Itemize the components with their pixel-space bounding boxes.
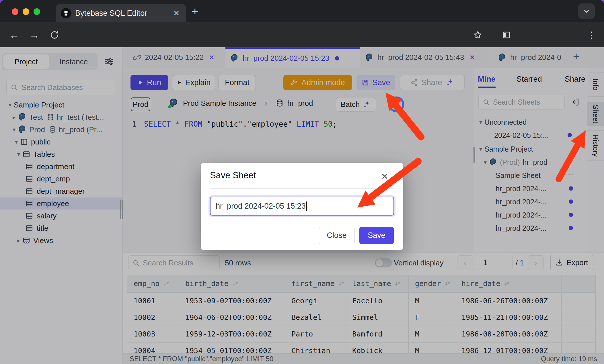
sheet-name-input[interactable]: hr_prod 2024-02-05 15:23 [210, 197, 394, 216]
reload-icon [50, 30, 59, 40]
browser-window: Bytebase SQL Editor ✕ + ← → localhost:80… [0, 0, 604, 364]
close-window-button[interactable] [12, 8, 18, 15]
back-button[interactable]: ← [6, 22, 22, 47]
side-panel-button[interactable] [498, 22, 515, 47]
zoom-window-button[interactable] [34, 8, 40, 15]
dialog-close-button[interactable]: Close [319, 227, 355, 244]
save-button-label: Save [368, 231, 385, 240]
bytebase-favicon-icon [61, 8, 71, 18]
dialog-close-icon[interactable]: ✕ [381, 171, 388, 181]
chevron-down-icon [582, 7, 591, 15]
forward-button[interactable]: → [26, 22, 42, 47]
side-panel-icon [502, 31, 511, 39]
minimize-window-button[interactable] [23, 8, 29, 15]
dialog-divider [210, 188, 394, 189]
dialog-save-button[interactable]: Save [359, 227, 394, 244]
star-icon [473, 30, 482, 40]
save-sheet-dialog: Save Sheet ✕ hr_prod 2024-02-05 15:23 Cl… [201, 163, 403, 250]
tab-search-button[interactable] [578, 3, 595, 19]
reload-button[interactable] [46, 22, 63, 47]
close-button-label: Close [327, 231, 346, 240]
browser-navbar: ← → localhost:8080/sql-editor/prod-sampl… [0, 22, 604, 47]
text-cursor [306, 201, 307, 211]
bookmark-star-button[interactable] [470, 22, 486, 47]
dialog-title: Save Sheet [210, 170, 256, 181]
close-tab-icon[interactable]: ✕ [173, 9, 180, 18]
browser-tab[interactable]: Bytebase SQL Editor ✕ [56, 4, 186, 22]
sheet-name-value: hr_prod 2024-02-05 15:23 [216, 202, 306, 211]
new-tab-button[interactable]: + [192, 5, 198, 18]
browser-titlebar: Bytebase SQL Editor ✕ + [0, 0, 604, 22]
browser-tab-title: Bytebase SQL Editor [75, 9, 173, 18]
browser-menu-button[interactable]: ⋮ [584, 22, 599, 47]
